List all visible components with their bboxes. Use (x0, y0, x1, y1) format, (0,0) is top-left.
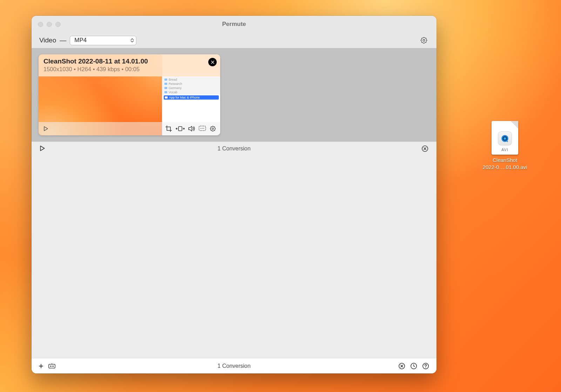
status-bar: 1 Conversion (32, 142, 437, 156)
conversion-count-label: 1 Conversion (32, 146, 437, 152)
cancel-all-button[interactable] (398, 362, 406, 370)
speaker-icon (188, 125, 196, 132)
video-metadata: 1500x1030 • H264 • 439 kbps • 00:05 (43, 66, 215, 73)
video-info-header: CleanShot 2022-08-11 at 14.01.00 1500x10… (39, 54, 220, 76)
svg-point-12 (201, 128, 201, 129)
svg-rect-26 (49, 364, 55, 368)
quicktime-icon (498, 131, 512, 146)
traffic-lights (38, 22, 61, 27)
file-icon: AVI (492, 121, 518, 155)
file-extension-label: AVI (501, 148, 508, 152)
circle-x-icon (421, 145, 428, 152)
item-settings-button[interactable] (209, 125, 217, 133)
svg-point-14 (203, 128, 204, 129)
history-button[interactable] (410, 362, 418, 370)
settings-button[interactable] (420, 36, 428, 45)
question-icon (422, 363, 429, 370)
file-name-label: CleanShot 2022-0….01.00.avi (482, 157, 528, 170)
svg-rect-10 (178, 127, 182, 131)
clear-list-button[interactable] (421, 145, 429, 153)
video-item[interactable]: Bread Research Germany Vocab App for Mac… (39, 54, 220, 135)
robot-icon (48, 363, 55, 369)
svg-point-1 (423, 39, 425, 41)
presets-button[interactable] (48, 363, 55, 369)
format-selected-value: MP4 (74, 37, 87, 44)
subtitles-button[interactable] (198, 125, 206, 133)
chevron-updown-icon (130, 38, 134, 42)
subtitles-icon (198, 126, 206, 132)
circle-x-icon (398, 363, 405, 370)
svg-point-13 (202, 128, 203, 129)
svg-point-28 (53, 366, 54, 367)
svg-point-27 (50, 366, 51, 367)
help-button[interactable] (422, 362, 430, 370)
desktop-file-avi[interactable]: AVI CleanShot 2022-0….01.00.avi (482, 121, 528, 170)
conversion-list-area[interactable]: Bread Research Germany Vocab App for Mac… (32, 48, 437, 142)
video-item-toolbar (39, 122, 220, 135)
desktop-wallpaper: Permute Video — MP4 (0, 0, 561, 392)
gear-icon (420, 36, 428, 44)
category-label: Video (39, 36, 56, 44)
resize-icon (175, 125, 185, 132)
close-icon (211, 60, 215, 64)
titlebar[interactable]: Permute (32, 16, 437, 33)
gear-icon (209, 125, 216, 132)
svg-point-36 (503, 137, 506, 140)
format-select[interactable]: MP4 (70, 36, 136, 45)
toolbar: Video — MP4 (32, 33, 437, 48)
minimize-window-button[interactable] (47, 22, 52, 27)
zoom-window-button[interactable] (55, 22, 61, 27)
svg-point-16 (212, 128, 214, 130)
crop-icon (165, 125, 172, 132)
add-file-button[interactable]: + (39, 362, 43, 370)
play-icon (43, 126, 49, 131)
video-filename: CleanShot 2022-08-11 at 14.01.00 (43, 58, 215, 65)
close-window-button[interactable] (38, 22, 43, 27)
play-preview-button[interactable] (42, 125, 50, 133)
audio-button[interactable] (188, 125, 196, 133)
start-conversion-button[interactable] (39, 145, 46, 152)
window-title: Permute (32, 21, 437, 28)
app-window: Permute Video — MP4 (32, 16, 437, 373)
drop-area[interactable] (32, 156, 437, 358)
play-icon (39, 145, 46, 151)
toolbar-dash: — (60, 36, 66, 44)
crop-button[interactable] (165, 125, 173, 133)
clock-icon (410, 363, 417, 370)
svg-point-33 (425, 367, 426, 368)
footer-status-label: 1 Conversion (32, 363, 437, 369)
resize-button[interactable] (175, 125, 185, 133)
remove-video-button[interactable] (208, 58, 217, 66)
footer-bar: + 1 Conversion (32, 358, 437, 373)
